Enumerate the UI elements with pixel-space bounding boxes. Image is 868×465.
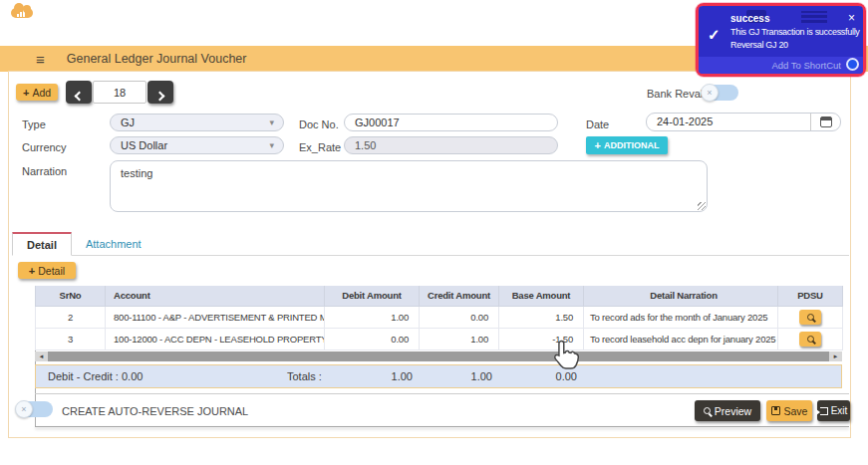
exit-button[interactable]: Exit xyxy=(817,400,850,421)
narration-label: Narration xyxy=(22,165,67,177)
additional-button[interactable]: + ADDITIONAL xyxy=(586,136,668,154)
base-total: 0.00 xyxy=(512,370,577,382)
pdsu-button[interactable] xyxy=(799,332,821,347)
toggle-off-icon: × xyxy=(15,400,33,418)
toast-title: success xyxy=(730,13,769,24)
tab-detail[interactable]: Detail xyxy=(12,232,72,256)
doc-no-input[interactable] xyxy=(344,114,558,131)
chevron-down-icon: ▾ xyxy=(269,117,274,127)
plus-icon: + xyxy=(595,139,601,151)
hamburger-menu-icon[interactable]: ≡ xyxy=(36,51,45,68)
col-base-amount: Base Amount xyxy=(499,286,584,306)
type-select[interactable]: GJ ▾ xyxy=(110,114,284,131)
date-label: Date xyxy=(586,118,609,130)
highlight-box: success × ✓ This GJ Transaction is succe… xyxy=(696,3,866,77)
auto-reverse-label: CREATE AUTO-REVERSE JOURNAL xyxy=(62,405,248,417)
plus-icon: + xyxy=(23,87,29,99)
col-debit-amount: Debit Amount xyxy=(325,286,420,306)
totals-footer: Debit - Credit : 0.00 Totals : 1.00 1.00… xyxy=(35,364,842,388)
record-number-input[interactable] xyxy=(93,81,146,104)
doc-no-label: Doc No. xyxy=(299,118,339,130)
bank-reval-toggle[interactable]: × xyxy=(702,85,738,101)
totals-label: Totals : xyxy=(287,370,322,382)
save-disk-icon xyxy=(771,406,780,415)
close-icon[interactable]: × xyxy=(848,11,855,25)
success-toast: success × ✓ This GJ Transaction is succe… xyxy=(699,6,863,74)
exit-icon xyxy=(820,407,828,415)
auto-reverse-toggle[interactable]: × xyxy=(16,401,53,417)
col-pdsu: PDSU xyxy=(778,286,843,306)
magnifier-icon xyxy=(807,314,814,321)
page-title: General Ledger Journal Voucher xyxy=(67,52,247,66)
check-icon: ✓ xyxy=(708,26,721,44)
debit-total: 1.00 xyxy=(348,370,413,382)
col-account: Account xyxy=(106,286,325,306)
currency-select[interactable]: US Dollar ▾ xyxy=(110,136,284,154)
toast-message-line1: This GJ Transaction is successfully xyxy=(730,27,860,37)
table-row[interactable]: 3 100-12000 - ACC DEPN - LEASEHOLD PROPE… xyxy=(36,328,843,349)
date-input[interactable]: 24-01-2025 xyxy=(646,113,841,131)
col-detail-narration: Detail Narration xyxy=(584,286,778,306)
table-row[interactable]: 2 800-11100 - A&P - ADVERTISEMENT & PRIN… xyxy=(36,306,843,328)
type-label: Type xyxy=(22,118,46,130)
detail-table: SrNo Account Debit Amount Credit Amount … xyxy=(35,286,843,350)
add-detail-button[interactable]: + Detail xyxy=(18,262,76,279)
prev-record-button[interactable] xyxy=(66,81,92,104)
tab-attachment[interactable]: Attachment xyxy=(72,232,155,255)
chevron-right-icon xyxy=(155,91,165,101)
ex-rate-label: Ex_Rate xyxy=(299,141,341,153)
next-record-button[interactable] xyxy=(147,81,173,104)
general-ledger-journal-voucher-screen: ≡ General Ledger Journal Voucher + Add B… xyxy=(0,0,868,465)
plus-icon: + xyxy=(29,265,35,277)
shortcut-badge-icon[interactable] xyxy=(846,58,859,71)
add-button[interactable]: + Add xyxy=(16,84,58,101)
magnifier-icon xyxy=(704,407,711,414)
toast-message-line2: Reversal GJ 20 xyxy=(730,40,788,50)
tab-bar: Detail Attachment xyxy=(12,232,849,256)
debit-credit-difference: Debit - Credit : 0.00 xyxy=(48,370,143,382)
magnifier-icon xyxy=(807,336,814,343)
toast-footer-strip: Add To ShortCut xyxy=(699,57,863,74)
panel-bottom-border xyxy=(35,426,849,427)
narration-textarea[interactable]: testing xyxy=(110,160,708,212)
pdsu-button[interactable] xyxy=(799,310,821,325)
scroll-right-arrow[interactable]: ► xyxy=(829,351,842,361)
preview-button[interactable]: Preview xyxy=(695,400,760,421)
cloud-sync-icon xyxy=(11,8,33,18)
bank-reval-label: Bank Reval xyxy=(647,88,703,100)
chevron-down-icon: ▾ xyxy=(269,140,274,150)
textarea-resize-handle[interactable] xyxy=(698,202,706,210)
credit-total: 1.00 xyxy=(428,370,492,382)
table-header-row: SrNo Account Debit Amount Credit Amount … xyxy=(36,286,843,306)
save-button[interactable]: Save xyxy=(766,400,812,421)
currency-label: Currency xyxy=(22,141,67,153)
toggle-off-icon: × xyxy=(701,84,719,102)
calendar-button[interactable] xyxy=(810,114,840,130)
scroll-left-arrow[interactable]: ◄ xyxy=(35,351,48,361)
calendar-icon xyxy=(820,116,832,127)
add-to-shortcut-link[interactable]: Add To ShortCut xyxy=(771,60,841,71)
ex-rate-input xyxy=(344,136,558,154)
scrollbar-handle[interactable] xyxy=(48,351,829,361)
chevron-left-icon xyxy=(75,91,85,101)
table-horizontal-scrollbar[interactable]: ◄ ► xyxy=(35,351,842,361)
col-credit-amount: Credit Amount xyxy=(420,286,499,306)
col-srno: SrNo xyxy=(36,286,106,306)
panel-separator xyxy=(35,393,849,394)
toolbar-ghost-icon xyxy=(801,11,827,23)
